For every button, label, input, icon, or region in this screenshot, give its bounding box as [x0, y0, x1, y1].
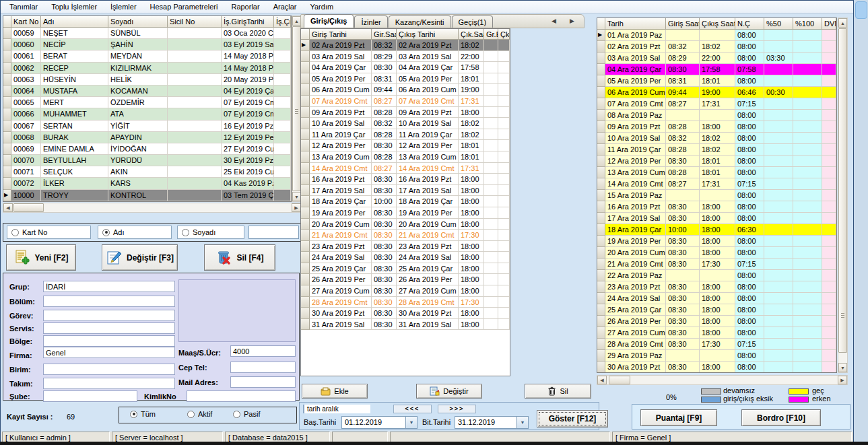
table-row[interactable]: 00066MUHAMMETATA07 Eyl 2019 Cmt [3, 108, 291, 120]
table-row[interactable]: 05 Ara 2019 Per08:3105 Ara 2019 Per18:01 [301, 73, 510, 85]
column-header[interactable]: DVM [822, 18, 836, 30]
table-row[interactable]: 18 Ara 2019 Çar10:0018:0006:30 [597, 224, 836, 236]
table-row[interactable]: 07 Ara 2019 Cmt08:2717:3107:15 [597, 98, 836, 110]
table-row[interactable]: 20 Ara 2019 Cum08:3018:0008:00 [597, 247, 836, 259]
prev-range-button[interactable]: <<< [393, 405, 432, 413]
table-row[interactable]: 13 Ara 2019 Cum08:2818:0108:00 [597, 167, 836, 178]
column-header[interactable]: Sicil No [168, 16, 222, 28]
table-row[interactable]: 16 Ara 2019 Pzt08:3016 Ara 2019 Pzt18:00 [301, 174, 510, 185]
new-button[interactable]: Yeni [F2] [6, 244, 76, 271]
table-row[interactable]: 12 Ara 2019 Per08:3012 Ara 2019 Per18:01 [301, 140, 510, 151]
table-row[interactable]: 26 Ara 2019 Per08:3018:0008:00 [597, 316, 836, 327]
column-header[interactable]: Gir.Saati [372, 29, 397, 40]
column-header[interactable]: Çıkış Saati [700, 18, 735, 30]
table-row[interactable]: ▶02 Ara 2019 Pzt08:3202 Ara 2019 Pzt18:0… [301, 40, 510, 51]
tab-item[interactable]: Geçiş(1) [452, 15, 494, 28]
attendance-edit-button[interactable]: Değiştir [416, 384, 482, 399]
table-row[interactable]: 20 Ara 2019 Cum08:3020 Ara 2019 Cum18:00 [301, 219, 510, 230]
table-row[interactable]: 29 Ara 2019 Paz08:00 [597, 350, 836, 362]
table-row[interactable]: 30 Ara 2019 Pzt08:3018:0008:00 [597, 362, 836, 373]
table-row[interactable]: 02 Ara 2019 Pzt08:3218:0208:00 [597, 41, 836, 53]
menu-item[interactable]: Tanımlar [3, 1, 44, 12]
table-row[interactable]: 11 Ara 2019 Çar08:2818:0208:00 [597, 144, 836, 156]
column-header[interactable]: Çık.Saati [459, 29, 484, 40]
scroll-right-icon[interactable]: ▶ [292, 203, 301, 212]
attendance-delete-button[interactable]: Sil [525, 384, 591, 399]
column-header[interactable]: İş.Çıkı [274, 16, 291, 28]
column-header[interactable]: Kart No [11, 16, 41, 28]
search-input[interactable] [248, 226, 299, 239]
table-row[interactable]: 13 Ara 2019 Cum08:2813 Ara 2019 Cum18:01 [301, 151, 510, 163]
summary-table-vscrollbar[interactable]: ▲ ▼ [838, 18, 848, 373]
servis-field[interactable] [43, 322, 175, 334]
table-row[interactable]: 00071SELÇUKAKIN25 Eki 2019 Cum [3, 166, 291, 178]
scroll-left-icon[interactable]: ◀ [597, 376, 607, 384]
menu-item[interactable]: Raporlar [224, 1, 266, 12]
column-header[interactable]: Tarih [605, 18, 666, 30]
table-row[interactable]: 04 Ara 2019 Çar08:3017:5807:58 [597, 64, 836, 75]
column-header[interactable]: Çk.E [498, 29, 510, 40]
bolum-field[interactable] [43, 296, 175, 307]
filter-option-pasif[interactable]: Pasif [229, 410, 260, 418]
birim-field[interactable] [43, 364, 175, 375]
column-header[interactable]: Adı [41, 16, 108, 28]
end-date-combo[interactable]: 31.12.2019 ▼ [455, 416, 529, 429]
table-row[interactable]: 31 Ara 2019 Sal08:3031 Ara 2019 Sal18:00 [301, 319, 510, 331]
table-row[interactable]: 08 Ara 2019 Paz08:00 [597, 110, 836, 121]
tab-scroll-left-icon[interactable]: ◀ [552, 18, 556, 24]
column-header[interactable]: Gr.E [484, 29, 498, 40]
table-row[interactable]: 00060NECİPŞAHİN03 Eyl 2019 Sal [3, 39, 291, 50]
table-row[interactable]: 10 Ara 2019 Sal08:3218:0208:00 [597, 133, 836, 144]
table-row[interactable]: 00070BEYTULLAHYÜRÜDÜ30 Eyl 2019 Pzt [3, 155, 291, 166]
table-row[interactable]: 21 Ara 2019 Cmt08:3021 Ara 2019 Cmt17:30 [301, 230, 510, 241]
search-option-adi[interactable]: Adı [98, 226, 172, 239]
column-header[interactable]: İş.GirişTarihi [222, 16, 274, 28]
menu-item[interactable]: Toplu İşlemler [44, 1, 104, 12]
delete-button[interactable]: Sil [F4] [204, 244, 275, 271]
attendance-add-button[interactable]: Ekle [302, 384, 368, 399]
column-header[interactable]: %50 [764, 18, 793, 30]
scroll-right-icon[interactable]: ▶ [838, 376, 847, 384]
table-row[interactable]: 00072İLKERKARS04 Kas 2019 Pzt [3, 178, 291, 189]
table-row[interactable]: 30 Ara 2019 Pzt08:3030 Ara 2019 Pzt18:00 [301, 308, 510, 319]
edit-button[interactable]: Değiştir [F3] [102, 244, 178, 271]
scroll-thumb[interactable] [838, 28, 847, 353]
column-header[interactable]: Giriş Saati [666, 18, 700, 30]
table-row[interactable]: 19 Ara 2019 Per08:3019 Ara 2019 Per18:00 [301, 207, 510, 219]
menu-item[interactable]: Hesap Parametreleri [143, 1, 225, 12]
tab-item[interactable]: İzinler [354, 15, 387, 28]
table-row[interactable]: 24 Ara 2019 Sal08:3024 Ara 2019 Sal18:00 [301, 252, 510, 263]
table-row[interactable]: 27 Ara 2019 Cum08:3027 Ara 2019 Cum18:00 [301, 285, 510, 297]
tab-item[interactable]: Kazanç/Kesinti [389, 15, 451, 28]
bordro-button[interactable]: Bordro [F10] [741, 409, 821, 426]
chevron-down-icon[interactable]: ▼ [405, 417, 417, 428]
table-row[interactable]: 27 Ara 2019 Cum08:3018:0008:00 [597, 327, 836, 339]
next-range-button[interactable]: >>> [438, 405, 476, 413]
table-row[interactable]: 14 Ara 2019 Cmt08:2717:3107:15 [597, 178, 836, 190]
table-row[interactable]: 00059NEŞETSÜNBÜL03 Oca 2020 Cum [3, 28, 291, 39]
scroll-thumb[interactable] [13, 203, 44, 212]
table-row[interactable]: 21 Ara 2019 Cmt08:3017:3007:15 [597, 259, 836, 270]
table-row[interactable]: 03 Ara 2019 Sal08:2903 Ara 2019 Sal22:00 [301, 51, 510, 63]
table-row[interactable]: 00065MERTÖZDEMİR07 Eyl 2019 Cmt [3, 97, 291, 108]
column-header[interactable]: Çıkış Tarihi [397, 29, 459, 40]
search-option-kartno[interactable]: Kart No [7, 226, 91, 239]
table-row[interactable]: 26 Ara 2019 Per08:3026 Ara 2019 Per18:00 [301, 274, 510, 285]
table-row[interactable]: 06 Ara 2019 Cum09:4406 Ara 2019 Cum19:00 [301, 84, 510, 96]
table-row[interactable]: 10 Ara 2019 Sal08:3210 Ara 2019 Sal18:02 [301, 118, 510, 129]
scroll-thumb[interactable] [609, 376, 630, 384]
column-header[interactable]: Soyadı [108, 16, 168, 28]
gorev-field[interactable] [43, 310, 175, 321]
menu-item[interactable]: İşlemler [104, 1, 143, 12]
table-row[interactable]: 28 Ara 2019 Cmt08:3028 Ara 2019 Cmt17:30 [301, 297, 510, 308]
menu-item[interactable]: Yardım [303, 1, 340, 12]
filter-option-aktif[interactable]: Aktif [183, 410, 212, 418]
chevron-down-icon[interactable]: ▼ [516, 417, 528, 428]
table-row[interactable]: 06 Ara 2019 Cum09:4419:0006:4600:30 [597, 87, 836, 98]
summary-table-hscrollbar[interactable]: ◀ ▶ [597, 375, 848, 385]
table-row[interactable]: 15 Ara 2019 Paz08:00 [597, 190, 836, 201]
start-date-combo[interactable]: 01.12.2019 ▼ [341, 416, 418, 429]
table-row[interactable]: ▶01 Ara 2019 Paz08:00 [597, 30, 836, 41]
tab-item[interactable]: Giriş/Çıkış [304, 14, 354, 28]
filter-option-tum[interactable]: Tüm [126, 410, 156, 418]
